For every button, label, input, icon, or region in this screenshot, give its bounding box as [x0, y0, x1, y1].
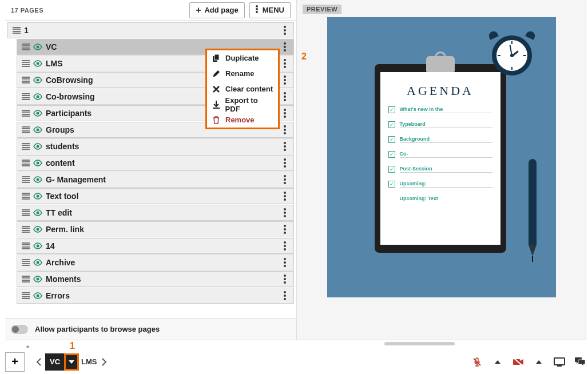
drag-handle-icon[interactable]	[22, 209, 30, 217]
page-row[interactable]: students	[17, 138, 294, 154]
row-menu-button[interactable]	[281, 124, 289, 136]
row-menu-button[interactable]	[281, 141, 289, 152]
mic-muted-icon[interactable]	[471, 356, 483, 368]
drag-handle-icon[interactable]	[22, 142, 30, 150]
drag-handle-icon[interactable]	[22, 258, 30, 266]
page-dropdown-button[interactable]	[64, 353, 79, 371]
chat-icon[interactable]	[574, 356, 586, 368]
context-rename[interactable]: Rename	[207, 66, 278, 81]
visibility-eye-icon[interactable]	[33, 42, 42, 51]
row-menu-button[interactable]	[281, 108, 289, 119]
visibility-eye-icon[interactable]	[33, 59, 42, 68]
next-page-button[interactable]	[98, 354, 110, 370]
trash-icon	[212, 116, 221, 125]
row-menu-button[interactable]	[281, 257, 289, 268]
page-label: G- Management	[46, 175, 106, 184]
visibility-eye-icon[interactable]	[33, 175, 42, 184]
screen-share-icon[interactable]	[553, 356, 566, 368]
visibility-eye-icon[interactable]	[33, 158, 42, 168]
row-menu-button[interactable]	[281, 290, 289, 301]
drag-handle-icon[interactable]	[22, 225, 30, 233]
row-menu-button[interactable]	[281, 224, 289, 235]
prev-page-button[interactable]	[33, 354, 45, 370]
drag-handle-icon[interactable]	[13, 26, 21, 34]
svg-point-9	[37, 145, 39, 148]
add-page-button[interactable]: + Add page	[189, 2, 245, 18]
svg-rect-20	[214, 54, 219, 60]
preview-badge: PREVIEW	[303, 5, 341, 14]
row-menu-button[interactable]	[281, 74, 289, 86]
page-label: Participants	[46, 109, 92, 118]
page-label: students	[46, 142, 79, 151]
visibility-eye-icon[interactable]	[33, 258, 42, 267]
visibility-eye-icon[interactable]	[33, 274, 42, 284]
svg-point-2	[256, 11, 258, 13]
page-row[interactable]: G- Management	[17, 172, 294, 188]
allow-browse-toggle[interactable]	[11, 325, 28, 334]
drag-handle-icon[interactable]	[22, 292, 30, 300]
visibility-eye-icon[interactable]	[33, 142, 42, 151]
svg-point-5	[37, 79, 39, 82]
drag-handle-icon[interactable]	[22, 159, 30, 167]
checkmark-icon	[388, 106, 395, 113]
row-menu-button[interactable]	[281, 41, 289, 53]
context-remove[interactable]: Remove	[207, 112, 278, 128]
visibility-eye-icon[interactable]	[33, 208, 42, 217]
page-label: LMS	[46, 59, 63, 68]
row-menu-button[interactable]	[281, 58, 289, 69]
visibility-eye-icon[interactable]	[33, 291, 42, 300]
drag-handle-icon[interactable]	[22, 176, 30, 184]
current-page-tab[interactable]: VC	[45, 353, 65, 371]
row-menu-button[interactable]	[281, 240, 289, 252]
drag-handle-icon[interactable]	[22, 275, 30, 283]
scrollbar-thumb[interactable]	[384, 342, 455, 345]
page-row[interactable]: 1	[7, 22, 294, 38]
row-menu-button[interactable]	[281, 91, 289, 102]
page-row[interactable]: Errors	[17, 288, 294, 304]
download-icon	[212, 100, 221, 109]
context-duplicate[interactable]: Duplicate	[207, 50, 278, 66]
agenda-text: Co-	[400, 151, 492, 158]
row-menu-button[interactable]	[281, 207, 289, 218]
visibility-eye-icon[interactable]	[33, 75, 42, 85]
camera-off-icon[interactable]	[512, 356, 525, 368]
visibility-eye-icon[interactable]	[33, 241, 42, 250]
drag-handle-icon[interactable]	[22, 126, 30, 134]
row-menu-button[interactable]	[281, 190, 289, 202]
page-row[interactable]: Perm. link	[17, 221, 294, 237]
menu-button[interactable]: MENU	[249, 2, 291, 18]
drag-handle-icon[interactable]	[22, 109, 30, 117]
page-row[interactable]: 14	[17, 238, 294, 254]
drag-handle-icon[interactable]	[22, 242, 30, 250]
drag-handle-icon[interactable]	[22, 76, 30, 84]
scroll-arrow-left-icon[interactable]: ◂	[26, 343, 29, 349]
add-button[interactable]: +	[5, 352, 25, 372]
visibility-eye-icon[interactable]	[33, 92, 42, 101]
mic-menu-chevron-icon[interactable]	[491, 356, 504, 368]
drag-handle-icon[interactable]	[22, 43, 30, 51]
drag-handle-icon[interactable]	[22, 59, 30, 67]
row-menu-button[interactable]	[281, 273, 289, 285]
page-row[interactable]: Archive	[17, 254, 294, 270]
row-menu-button[interactable]	[281, 174, 289, 185]
visibility-eye-icon[interactable]	[33, 192, 42, 201]
drag-handle-icon[interactable]	[22, 192, 30, 200]
row-menu-button[interactable]	[281, 25, 289, 36]
horizontal-scrollbar[interactable]: ◂	[26, 342, 588, 348]
visibility-eye-icon[interactable]	[33, 125, 42, 134]
page-row[interactable]: TT edit	[17, 205, 294, 221]
agenda-item: Co-	[388, 151, 492, 158]
visibility-eye-icon[interactable]	[33, 225, 42, 234]
camera-menu-chevron-icon[interactable]	[533, 356, 545, 368]
context-export-pdf[interactable]: Export to PDF	[207, 97, 278, 112]
row-menu-button[interactable]	[281, 157, 289, 169]
page-row[interactable]: Text tool	[17, 188, 294, 204]
page-row[interactable]: content	[17, 155, 294, 171]
page-row[interactable]: Moments	[17, 271, 294, 287]
visibility-eye-icon[interactable]	[33, 109, 42, 118]
checkmark-icon	[388, 166, 395, 173]
drag-handle-icon[interactable]	[22, 93, 30, 101]
page-context-menu: Duplicate Rename Clear content Export to…	[205, 49, 280, 129]
plus-icon: +	[11, 355, 18, 368]
context-clear[interactable]: Clear content	[207, 81, 278, 97]
